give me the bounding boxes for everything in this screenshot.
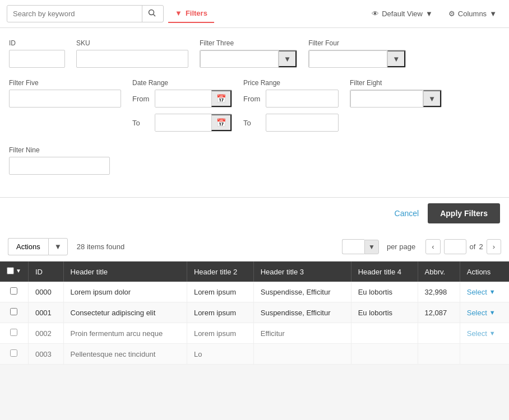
filter-four-select-wrapper: ▼ [308, 50, 406, 68]
filter-three-label: Filter Three [200, 39, 297, 47]
search-input[interactable] [7, 6, 142, 21]
header-col4: Header title 4 [351, 262, 418, 282]
price-to-row: To [243, 114, 339, 132]
date-to-label: To [132, 119, 150, 127]
chevron-down-icon: ▼ [489, 10, 497, 18]
top-bar: ▼ Filters 👁 Default View ▼ ⚙ Columns ▼ [0, 0, 509, 28]
row-checkbox-cell [0, 302, 28, 323]
page-of-label: of [470, 242, 476, 251]
row-checkbox[interactable] [10, 287, 17, 295]
header-checkbox-col: ▼ [0, 262, 28, 282]
row-select-action[interactable]: Select▼ [467, 288, 502, 296]
filter-id-group: ID [9, 39, 65, 68]
filter-nine-input[interactable] [9, 157, 110, 175]
row-col3: Efficitur [253, 323, 351, 344]
row-checkbox-cell [0, 344, 28, 365]
row-actions-cell: Select▼ [460, 282, 509, 302]
date-to-wrapper: 📅 [155, 114, 232, 132]
filter-eight-input[interactable] [350, 90, 423, 108]
filter-three-input[interactable] [200, 50, 279, 68]
row-id: 0003 [28, 344, 63, 365]
row-col2: Lo [187, 344, 253, 365]
row-checkbox[interactable] [10, 329, 17, 336]
sku-label: SKU [76, 39, 188, 47]
header-col1: Header title [63, 262, 187, 282]
filters-panel: ID SKU Filter Three ▼ Filter Four ▼ Filt… [0, 28, 509, 198]
per-page-dropdown-btn[interactable]: ▼ [364, 240, 379, 254]
sku-input[interactable] [76, 50, 188, 68]
eye-icon: 👁 [372, 10, 379, 18]
row-col4: Eu lobortis [351, 282, 418, 302]
filter-row-1: ID SKU Filter Three ▼ Filter Four ▼ [9, 39, 500, 68]
filter-four-label: Filter Four [308, 39, 406, 47]
header-col2: Header title 2 [187, 262, 253, 282]
row-actions-cell: Select▼ [460, 323, 509, 344]
row-select-action[interactable]: Select▼ [467, 329, 502, 338]
price-to-label: To [243, 119, 261, 127]
prev-page-button[interactable]: ‹ [425, 239, 440, 254]
row-checkbox[interactable] [10, 349, 17, 357]
date-from-row: From 📅 [132, 90, 232, 108]
row-id: 0002 [28, 323, 63, 344]
filters-label: Filters [186, 9, 207, 17]
price-from-row: From [243, 90, 339, 108]
id-input[interactable] [9, 50, 65, 68]
date-from-label: From [132, 95, 150, 103]
default-view-label: Default View [382, 10, 423, 18]
price-to-input[interactable] [266, 114, 339, 132]
filter-four-dropdown-btn[interactable]: ▼ [387, 50, 405, 67]
filter-eight-label: Filter Eight [350, 79, 442, 87]
select-all-checkbox[interactable] [7, 267, 14, 274]
items-found: 28 items found [77, 242, 124, 251]
filter-four-input[interactable] [309, 50, 387, 68]
filter-four-group: Filter Four ▼ [308, 39, 406, 68]
row-select-action[interactable]: Select▼ [467, 309, 502, 317]
filter-five-group: Filter Five [9, 79, 121, 108]
price-from-input[interactable] [266, 90, 339, 108]
filter-icon: ▼ [175, 9, 182, 17]
row-col1: Lorem ipsum dolor [63, 282, 187, 302]
filter-three-dropdown-btn[interactable]: ▼ [279, 50, 297, 67]
filter-five-label: Filter Five [9, 79, 121, 87]
per-page-input[interactable]: 10 [342, 239, 364, 254]
search-wrapper [7, 5, 164, 22]
filter-eight-dropdown-btn[interactable]: ▼ [423, 90, 441, 107]
table-container: ▼ ID Header title Header title 2 Header … [0, 262, 509, 365]
search-button[interactable] [142, 6, 161, 22]
row-actions-cell [460, 344, 509, 365]
chevron-down-icon: ▼ [489, 288, 496, 295]
chevron-down-icon[interactable]: ▼ [16, 268, 21, 274]
date-from-input[interactable] [155, 90, 211, 107]
id-label: ID [9, 39, 65, 47]
row-checkbox-cell [0, 282, 28, 302]
row-checkbox[interactable] [10, 308, 17, 315]
per-page-label: per page [387, 242, 415, 251]
row-col3: Suspendisse, Efficitur [253, 302, 351, 323]
date-to-calendar-btn[interactable]: 📅 [211, 114, 232, 131]
page-nav: ‹ 1 of 2 › [425, 239, 501, 254]
chevron-down-icon: ▼ [489, 309, 496, 316]
cancel-button[interactable]: Cancel [395, 209, 419, 218]
columns-button[interactable]: ⚙ Columns ▼ [443, 6, 502, 21]
tab-filters[interactable]: ▼ Filters [168, 4, 214, 23]
page-input[interactable]: 1 [444, 239, 466, 254]
actions-button[interactable]: Actions [8, 238, 48, 255]
next-page-button[interactable]: › [487, 239, 501, 254]
svg-point-0 [149, 10, 154, 15]
date-from-calendar-btn[interactable]: 📅 [211, 90, 232, 107]
default-view-button[interactable]: 👁 Default View ▼ [366, 6, 438, 21]
date-range-group: Date Range From 📅 To 📅 [132, 79, 232, 135]
apply-filters-button[interactable]: Apply Filters [428, 203, 500, 223]
row-col3 [253, 344, 351, 365]
filter-five-input[interactable] [9, 90, 121, 108]
gear-icon: ⚙ [448, 10, 455, 18]
select-label: Select [467, 288, 487, 296]
date-to-input[interactable] [155, 114, 211, 131]
actions-dropdown-button[interactable]: ▼ [48, 238, 68, 255]
per-page-wrapper: 10 ▼ [342, 239, 379, 254]
page-total: 2 [479, 242, 483, 251]
actions-btn-wrapper: Actions ▼ [8, 238, 68, 255]
select-label: Select [467, 329, 487, 338]
filter-sku-group: SKU [76, 39, 188, 68]
filter-three-select-wrapper: ▼ [200, 50, 297, 68]
